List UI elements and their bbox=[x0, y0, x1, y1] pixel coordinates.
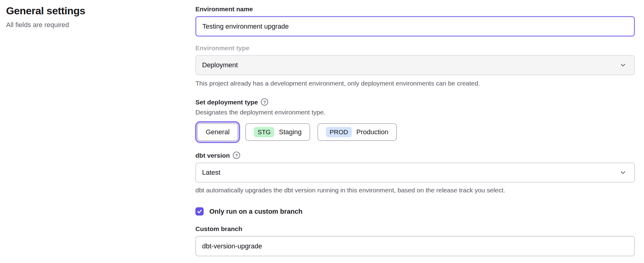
custom-branch-checkbox-label: Only run on a custom branch bbox=[209, 208, 303, 216]
deployment-type-options: General STG Staging PROD Production bbox=[195, 121, 635, 143]
environment-name-input[interactable] bbox=[195, 16, 635, 37]
environment-type-helper: This project already has a development e… bbox=[195, 80, 635, 87]
settings-header: General settings All fields are required bbox=[0, 0, 195, 263]
page-subtitle: All fields are required bbox=[6, 21, 195, 29]
environment-settings-form: Environment name Environment type Deploy… bbox=[195, 0, 635, 263]
production-badge: PROD bbox=[326, 127, 352, 137]
deployment-type-general-label: General bbox=[206, 128, 229, 136]
deployment-type-group: Set deployment type ? Designates the dep… bbox=[195, 99, 635, 143]
custom-branch-checkbox[interactable] bbox=[195, 207, 204, 216]
environment-type-label: Environment type bbox=[195, 44, 635, 52]
check-icon bbox=[197, 209, 202, 214]
chevron-down-icon bbox=[619, 169, 627, 177]
dbt-version-label-row: dbt version ? bbox=[195, 152, 635, 159]
chevron-down-icon bbox=[619, 61, 627, 69]
custom-branch-checkbox-row[interactable]: Only run on a custom branch bbox=[195, 207, 635, 216]
custom-branch-input[interactable] bbox=[195, 236, 635, 256]
custom-branch-group: Custom branch bbox=[195, 225, 635, 256]
environment-name-label: Environment name bbox=[195, 5, 635, 13]
dbt-version-label: dbt version bbox=[195, 152, 230, 159]
dbt-version-group: dbt version ? Latest dbt automatically u… bbox=[195, 152, 635, 194]
deployment-type-label: Set deployment type bbox=[195, 99, 258, 106]
custom-branch-label: Custom branch bbox=[195, 225, 635, 233]
dbt-version-select[interactable]: Latest bbox=[195, 163, 635, 183]
deployment-type-general-button[interactable]: General bbox=[197, 123, 238, 141]
dbt-version-value: Latest bbox=[202, 169, 220, 177]
page-title: General settings bbox=[6, 5, 195, 17]
deployment-type-label-row: Set deployment type ? bbox=[195, 99, 635, 106]
deployment-type-staging-label: Staging bbox=[279, 128, 302, 136]
staging-badge: STG bbox=[254, 127, 274, 137]
deployment-type-production-label: Production bbox=[356, 128, 388, 136]
environment-type-group: Environment type Deployment This project… bbox=[195, 44, 635, 87]
dbt-version-helper: dbt automatically upgrades the dbt versi… bbox=[195, 187, 635, 194]
help-icon[interactable]: ? bbox=[261, 98, 268, 106]
environment-type-value: Deployment bbox=[202, 61, 238, 69]
deployment-type-staging-button[interactable]: STG Staging bbox=[245, 123, 310, 141]
general-settings-page: General settings All fields are required… bbox=[0, 0, 644, 263]
environment-type-select[interactable]: Deployment bbox=[195, 55, 635, 75]
deployment-type-helper: Designates the deployment environment ty… bbox=[195, 109, 635, 116]
deployment-type-production-button[interactable]: PROD Production bbox=[317, 123, 397, 141]
help-icon[interactable]: ? bbox=[233, 152, 240, 159]
environment-name-group: Environment name bbox=[195, 5, 635, 37]
